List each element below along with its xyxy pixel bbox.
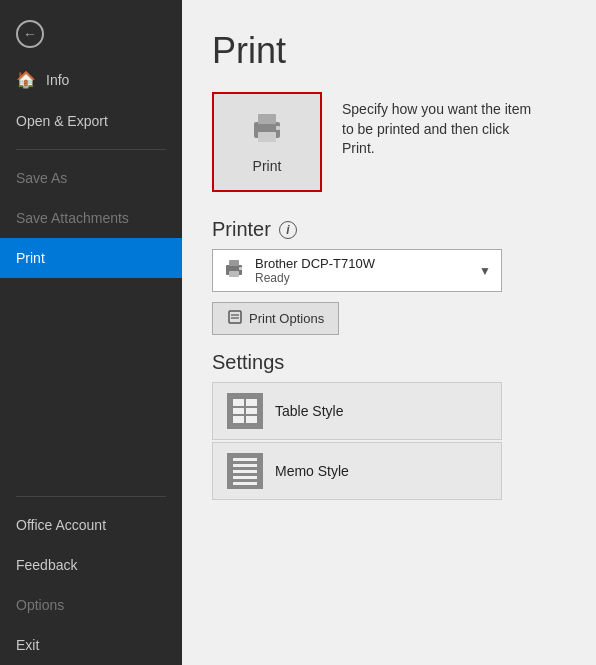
memo-style-label: Memo Style [275, 463, 349, 479]
info-icon[interactable]: i [279, 221, 297, 239]
printer-dropdown-arrow: ▼ [479, 264, 491, 278]
svg-rect-3 [276, 126, 280, 130]
sidebar-item-label: Open & Export [16, 113, 108, 129]
sidebar-item-info[interactable]: 🏠 Info [0, 58, 182, 101]
svg-rect-5 [229, 260, 239, 266]
memo-style-icon [227, 453, 263, 489]
printer-icon [248, 110, 286, 152]
print-button-label: Print [253, 158, 282, 174]
sidebar-item-options[interactable]: Options [0, 585, 182, 625]
back-button[interactable]: ← [0, 10, 182, 58]
home-icon: 🏠 [16, 70, 36, 89]
feedback-label: Feedback [16, 557, 77, 573]
svg-rect-2 [258, 132, 276, 142]
exit-label: Exit [16, 637, 39, 653]
sidebar-item-label: Save As [16, 170, 67, 186]
print-button[interactable]: Print [212, 92, 322, 192]
sidebar-bottom: Office Account Feedback Options Exit [0, 488, 182, 665]
svg-rect-7 [239, 267, 242, 270]
sidebar-item-save-as[interactable]: Save As [0, 158, 182, 198]
back-icon: ← [16, 20, 44, 48]
memo-style-option[interactable]: Memo Style [212, 442, 502, 500]
printer-section-label: Printer [212, 218, 271, 241]
printer-select[interactable]: Brother DCP-T710W Ready ▼ [212, 249, 502, 292]
sidebar-item-exit[interactable]: Exit [0, 625, 182, 665]
sidebar-item-label: Print [16, 250, 45, 266]
options-label: Options [16, 597, 64, 613]
sidebar-divider-bottom [16, 496, 166, 497]
page-title: Print [212, 30, 566, 72]
sidebar-item-open-export[interactable]: Open & Export [0, 101, 182, 141]
sidebar-item-label: Info [46, 72, 69, 88]
printer-status: Ready [255, 271, 479, 285]
sidebar-item-save-attachments[interactable]: Save Attachments [0, 198, 182, 238]
svg-rect-8 [229, 311, 241, 323]
print-options-button[interactable]: Print Options [212, 302, 339, 335]
table-style-icon [227, 393, 263, 429]
print-description: Specify how you want the item to be prin… [342, 92, 542, 159]
office-account-label: Office Account [16, 517, 106, 533]
sidebar-divider [16, 149, 166, 150]
sidebar-item-label: Save Attachments [16, 210, 129, 226]
table-style-option[interactable]: Table Style [212, 382, 502, 440]
sidebar-item-print[interactable]: Print [0, 238, 182, 278]
print-options-label: Print Options [249, 311, 324, 326]
svg-rect-6 [229, 271, 239, 277]
printer-select-icon [223, 258, 245, 283]
print-options-icon [227, 309, 243, 328]
main-content: Print Print Specify how you want the ite… [182, 0, 596, 665]
printer-info: Brother DCP-T710W Ready [255, 256, 479, 285]
sidebar: ← 🏠 Info Open & Export Save As Save Atta… [0, 0, 182, 665]
settings-section-label: Settings [212, 351, 566, 374]
print-top-row: Print Specify how you want the item to b… [212, 92, 566, 202]
printer-section: Printer i [212, 218, 566, 241]
memo-icon-lines [233, 458, 257, 485]
table-style-label: Table Style [275, 403, 343, 419]
table-icon-grid [233, 399, 257, 423]
sidebar-item-feedback[interactable]: Feedback [0, 545, 182, 585]
svg-rect-1 [258, 114, 276, 124]
printer-name: Brother DCP-T710W [255, 256, 479, 271]
sidebar-item-office-account[interactable]: Office Account [0, 505, 182, 545]
